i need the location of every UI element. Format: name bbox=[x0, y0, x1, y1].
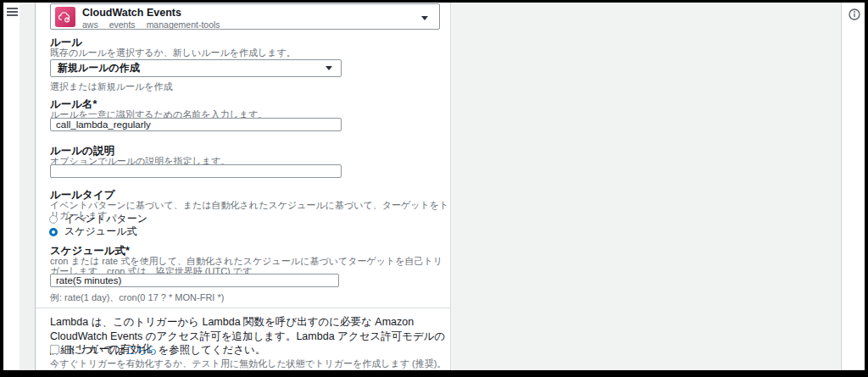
radio-schedule-expression[interactable]: スケジュール式 bbox=[49, 225, 136, 239]
app-window: CloudWatch Events aws events management-… bbox=[3, 3, 865, 370]
right-gutter bbox=[451, 3, 841, 370]
schedule-expression-input[interactable] bbox=[50, 274, 339, 287]
rule-name-input[interactable] bbox=[50, 118, 342, 131]
enable-trigger-label: トリガーの有効化 bbox=[66, 342, 152, 357]
rule-description: 既存のルールを選択するか、新しいルールを作成します。 bbox=[50, 47, 296, 58]
trigger-service-title: CloudWatch Events bbox=[82, 7, 181, 19]
trigger-service-tags: aws events management-tools bbox=[82, 19, 220, 30]
enable-trigger-checkbox-row[interactable]: トリガーの有効化 bbox=[50, 342, 152, 357]
left-nav-rail bbox=[3, 3, 19, 370]
radio-schedule-expression-label: スケジュール式 bbox=[64, 225, 136, 239]
tag-events: events bbox=[109, 19, 136, 30]
cloudwatch-events-icon bbox=[55, 7, 75, 27]
tag-management-tools: management-tools bbox=[147, 19, 220, 30]
trigger-config-panel: CloudWatch Events aws events management-… bbox=[36, 3, 451, 370]
trigger-source-card[interactable]: CloudWatch Events aws events management-… bbox=[50, 3, 440, 30]
radio-unselected-icon[interactable] bbox=[49, 215, 58, 224]
rule-select[interactable]: 新規ルールの作成 bbox=[50, 59, 342, 77]
menu-icon[interactable] bbox=[7, 8, 18, 18]
rule-desc-input[interactable] bbox=[50, 164, 342, 178]
radio-selected-icon[interactable] bbox=[49, 228, 58, 236]
tag-aws: aws bbox=[82, 19, 98, 30]
schedule-expression-helper: 例: rate(1 day)、cron(0 17 ? * MON-FRI *) bbox=[50, 292, 224, 302]
left-gutter bbox=[19, 3, 36, 370]
rule-select-helper: 選択または新規ルールを作成 bbox=[50, 81, 173, 91]
rule-select-value: 新規ルールの作成 bbox=[58, 61, 140, 75]
chevron-down-icon bbox=[421, 16, 428, 20]
info-icon[interactable] bbox=[849, 8, 860, 20]
right-rail bbox=[841, 3, 865, 370]
checkbox-unchecked-icon[interactable] bbox=[50, 345, 59, 354]
section-divider bbox=[36, 308, 450, 308]
permission-note-text-after: を参照してください。 bbox=[158, 344, 265, 356]
enable-trigger-helper: 今すぐトリガーを有効化するか、テスト用に無効化した状態でトリガーを作成します (… bbox=[50, 358, 446, 369]
chevron-down-icon bbox=[326, 66, 332, 70]
